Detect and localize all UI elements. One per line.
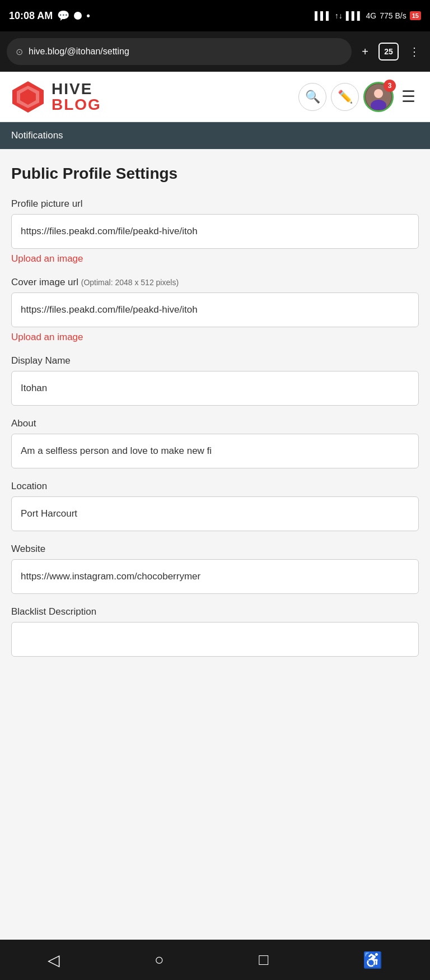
hive-logo: HIVE BLOG <box>11 80 101 114</box>
avatar-wrap[interactable]: 3 <box>363 82 394 112</box>
notifications-label: Notifications <box>11 130 63 141</box>
about-group: About <box>11 418 419 468</box>
url-icon: ⊙ <box>16 47 23 57</box>
notification-badge: 3 <box>384 80 396 92</box>
edit-button[interactable]: ✏️ <box>331 83 359 111</box>
profile-picture-input[interactable] <box>11 214 419 249</box>
edit-icon: ✏️ <box>338 90 353 104</box>
signal-icon-2: ▌▌▌ <box>346 11 363 20</box>
tab-count[interactable]: 25 <box>378 43 399 61</box>
network-icon: ↑↓ <box>335 11 343 20</box>
cover-image-label: Cover image url (Optimal: 2048 x 512 pix… <box>11 277 419 288</box>
profile-picture-label: Profile picture url <box>11 198 419 210</box>
url-bar[interactable]: ⊙ hive.blog/@itohan/setting <box>7 38 352 65</box>
cover-image-input[interactable] <box>11 292 419 327</box>
home-icon: ○ <box>155 951 164 968</box>
blacklist-input[interactable] <box>11 622 419 657</box>
status-right: ▌▌▌ ↑↓ ▌▌▌ 4G 775 B/s 15 <box>315 11 421 20</box>
display-name-label: Display Name <box>11 355 419 366</box>
hive-text-hive: HIVE <box>52 81 101 97</box>
location-label: Location <box>11 481 419 492</box>
home-button[interactable]: ○ <box>149 945 170 974</box>
upload-image-link-1[interactable]: Upload an image <box>11 253 83 264</box>
hive-text-block: HIVE BLOG <box>52 81 101 113</box>
status-bar: 10:08 AM 💬 • ▌▌▌ ↑↓ ▌▌▌ 4G 775 B/s 15 <box>0 0 430 31</box>
location-group: Location <box>11 481 419 531</box>
bottom-nav: ◁ ○ □ ♿ <box>0 940 430 980</box>
nav-actions: 🔍 ✏️ 3 ☰ <box>298 82 419 112</box>
dot-icon: • <box>86 10 90 22</box>
whatsapp-icon: 💬 <box>57 10 69 22</box>
browser-bar: ⊙ hive.blog/@itohan/setting + 25 ⋮ <box>0 31 430 72</box>
hive-diamond-icon <box>11 80 45 114</box>
nav-bar: HIVE BLOG 🔍 ✏️ 3 ☰ <box>0 72 430 122</box>
hamburger-icon: ☰ <box>401 88 415 105</box>
website-label: Website <box>11 544 419 555</box>
circle-icon <box>74 12 82 20</box>
location-input[interactable] <box>11 496 419 531</box>
svg-point-4 <box>374 89 383 98</box>
cover-image-optimal: (Optimal: 2048 x 512 pixels) <box>81 278 179 287</box>
battery-display: 15 <box>410 11 421 20</box>
recent-apps-icon: □ <box>259 951 268 968</box>
status-left: 10:08 AM 💬 • <box>9 10 90 22</box>
about-label: About <box>11 418 419 429</box>
back-icon: ◁ <box>48 951 60 969</box>
notifications-bar: Notifications <box>0 122 430 149</box>
profile-picture-group: Profile picture url Upload an image <box>11 198 419 264</box>
hive-text-blog: BLOG <box>52 97 101 113</box>
recent-apps-button[interactable]: □ <box>253 945 274 974</box>
speed-display: 775 B/s <box>380 11 406 20</box>
url-text: hive.blog/@itohan/setting <box>29 47 343 57</box>
4g-label: 4G <box>366 11 377 20</box>
display-name-group: Display Name <box>11 355 419 406</box>
signal-icon: ▌▌▌ <box>315 11 331 20</box>
accessibility-icon: ♿ <box>363 951 382 969</box>
upload-image-link-2[interactable]: Upload an image <box>11 332 83 343</box>
page-title: Public Profile Settings <box>11 165 419 183</box>
cover-image-group: Cover image url (Optimal: 2048 x 512 pix… <box>11 277 419 343</box>
main-content: Public Profile Settings Profile picture … <box>0 149 430 940</box>
blacklist-group: Blacklist Description <box>11 606 419 657</box>
website-group: Website <box>11 544 419 594</box>
search-button[interactable]: 🔍 <box>298 83 326 111</box>
time-display: 10:08 AM <box>9 10 53 22</box>
new-tab-button[interactable]: + <box>358 42 372 62</box>
website-input[interactable] <box>11 559 419 594</box>
display-name-input[interactable] <box>11 371 419 406</box>
search-icon: 🔍 <box>305 90 320 104</box>
back-button[interactable]: ◁ <box>42 945 66 975</box>
hamburger-button[interactable]: ☰ <box>398 84 419 109</box>
menu-button[interactable]: ⋮ <box>405 41 423 62</box>
blacklist-label: Blacklist Description <box>11 606 419 617</box>
about-input[interactable] <box>11 434 419 468</box>
accessibility-button[interactable]: ♿ <box>357 945 388 975</box>
